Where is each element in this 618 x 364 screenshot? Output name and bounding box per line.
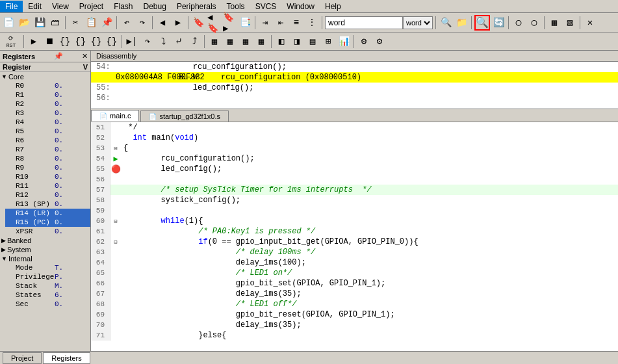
internal-expand-icon[interactable]: ▼: [1, 255, 7, 262]
menu-project[interactable]: Project: [74, 1, 109, 12]
more-btn2[interactable]: ◯: [527, 16, 541, 30]
replace-btn[interactable]: 🔄: [491, 16, 506, 30]
internal-group-header[interactable]: ▼ Internal: [0, 254, 90, 263]
reset-button[interactable]: ⟳RST: [1, 34, 21, 49]
bookmark-button[interactable]: 🔖: [191, 16, 205, 30]
debug-btn5[interactable]: {}: [89, 34, 103, 49]
outdent-btn[interactable]: ⇤: [274, 16, 288, 30]
reg-sec[interactable]: Sec0.: [5, 300, 90, 309]
bookmark-prev[interactable]: ◀🔖: [207, 16, 221, 30]
reg-states[interactable]: States6.: [5, 291, 90, 300]
reg-privilege[interactable]: PrivilegeP.: [5, 272, 90, 281]
search-proj-btn[interactable]: 📁: [454, 16, 469, 30]
cut-button[interactable]: ✂: [68, 16, 83, 30]
reg-r6[interactable]: R60.: [5, 136, 90, 145]
reg-r7[interactable]: R70.: [5, 145, 90, 154]
step-into-btn[interactable]: ⤶: [172, 34, 186, 49]
open-button[interactable]: 📂: [17, 16, 31, 30]
bookmark-next[interactable]: 🔖▶: [222, 16, 237, 30]
new-button[interactable]: 📄: [1, 16, 16, 30]
menu-svcs[interactable]: SVCS: [250, 1, 282, 12]
status-tab-registers[interactable]: Registers: [43, 352, 90, 364]
menu-edit[interactable]: Edit: [23, 1, 47, 12]
expand-62-icon[interactable]: ⊟: [114, 239, 117, 246]
layout-btn1[interactable]: ▦: [547, 16, 561, 30]
close-btn[interactable]: ✕: [583, 16, 597, 30]
step-btn[interactable]: ↷: [140, 34, 155, 49]
redo-button[interactable]: ↷: [135, 16, 149, 30]
view-btn2[interactable]: ◨: [290, 34, 304, 49]
menu-debug[interactable]: Debug: [138, 1, 172, 12]
debug-btn3[interactable]: {}: [58, 34, 72, 49]
tab-main-c[interactable]: 📄 main.c: [91, 110, 139, 122]
settings-btn1[interactable]: ⚙: [357, 34, 371, 49]
search-file-btn[interactable]: 🔍: [439, 16, 453, 30]
reg-r9[interactable]: R90.: [5, 163, 90, 172]
paste-button[interactable]: 📌: [99, 16, 114, 30]
expand-53-icon[interactable]: ⊟: [114, 145, 117, 152]
menu-help[interactable]: Help: [320, 1, 346, 12]
step-over-btn[interactable]: ⤵: [156, 34, 170, 49]
reg-r15[interactable]: R15 (PC)0.: [5, 218, 90, 227]
mem-btn4[interactable]: ▦: [254, 34, 268, 49]
menu-window[interactable]: Window: [281, 1, 320, 12]
reg-r11[interactable]: R110.: [5, 181, 90, 190]
search-type-select[interactable]: word: [403, 16, 433, 29]
debug-btn4[interactable]: {}: [73, 34, 88, 49]
view-btn3[interactable]: ▤: [305, 34, 320, 49]
bookmark-all[interactable]: 📑: [238, 16, 252, 30]
reg-r5[interactable]: R50.: [5, 127, 90, 136]
save-button[interactable]: 💾: [32, 16, 47, 30]
debug-btn1[interactable]: ▶: [27, 34, 41, 49]
debug-btn2[interactable]: ⏹: [42, 34, 57, 49]
more-btn1[interactable]: ◯: [511, 16, 526, 30]
panel-pin-icon[interactable]: 📌: [54, 52, 63, 60]
status-tab-project[interactable]: Project: [3, 352, 42, 364]
view-btn1[interactable]: ◧: [274, 34, 289, 49]
code-editor[interactable]: 51 */ 52 int main(void) 53 ⊟ {: [91, 122, 618, 351]
menu-peripherals[interactable]: Peripherals: [172, 1, 222, 12]
reg-r1[interactable]: R10.: [5, 90, 90, 99]
menu-view[interactable]: View: [47, 1, 74, 12]
nav-back-button[interactable]: ◀: [155, 16, 170, 30]
find-highlighted-button[interactable]: 🔍: [474, 15, 490, 31]
reg-r8[interactable]: R80.: [5, 154, 90, 163]
core-group-header[interactable]: ▼ Core: [0, 72, 90, 81]
reg-stack[interactable]: StackM.: [5, 281, 90, 291]
copy-button[interactable]: 📋: [84, 16, 98, 30]
menu-file[interactable]: File: [0, 1, 23, 12]
reg-r2[interactable]: R20.: [5, 99, 90, 109]
step-out-btn[interactable]: ⤴: [187, 34, 201, 49]
undo-button[interactable]: ↶: [120, 16, 134, 30]
settings-btn2[interactable]: ⚙: [372, 34, 387, 49]
align-btn[interactable]: ⋮: [305, 16, 319, 30]
mem-btn3[interactable]: ▦: [238, 34, 253, 49]
layout-btn2[interactable]: ▧: [563, 16, 577, 30]
mem-btn1[interactable]: ▦: [207, 34, 222, 49]
search-input[interactable]: [325, 16, 403, 29]
banked-expand-icon[interactable]: ▶: [1, 237, 6, 244]
system-expand-icon[interactable]: ▶: [1, 246, 6, 253]
reg-r3[interactable]: R30.: [5, 109, 90, 118]
banked-group-header[interactable]: ▶ Banked: [0, 236, 90, 245]
run-btn[interactable]: ▶|: [125, 34, 139, 49]
reg-r12[interactable]: R120.: [5, 190, 90, 200]
save-all-button[interactable]: 🗃: [48, 16, 62, 30]
tab-startup[interactable]: 📄 startup_gd32f1x0.s: [140, 110, 229, 122]
mem-btn2[interactable]: ▦: [223, 34, 237, 49]
indent-btn[interactable]: ⇥: [258, 16, 272, 30]
format-btn[interactable]: ≡: [289, 16, 303, 30]
menu-tools[interactable]: Tools: [222, 1, 250, 12]
reg-xpsr[interactable]: xPSR0.: [5, 227, 90, 236]
nav-fwd-button[interactable]: ▶: [171, 16, 185, 30]
debug-btn6[interactable]: {}: [105, 34, 119, 49]
reg-r14[interactable]: R14 (LR)0.: [5, 209, 90, 218]
view-btn4[interactable]: ⊞: [321, 34, 335, 49]
view-btn5[interactable]: 📊: [337, 34, 351, 49]
menu-flash[interactable]: Flash: [109, 1, 138, 12]
system-group-header[interactable]: ▶ System: [0, 245, 90, 254]
reg-r0[interactable]: R00.: [5, 81, 90, 90]
reg-r4[interactable]: R40.: [5, 118, 90, 127]
core-expand-icon[interactable]: ▼: [1, 73, 7, 80]
panel-close-icon[interactable]: ✕: [82, 52, 88, 60]
